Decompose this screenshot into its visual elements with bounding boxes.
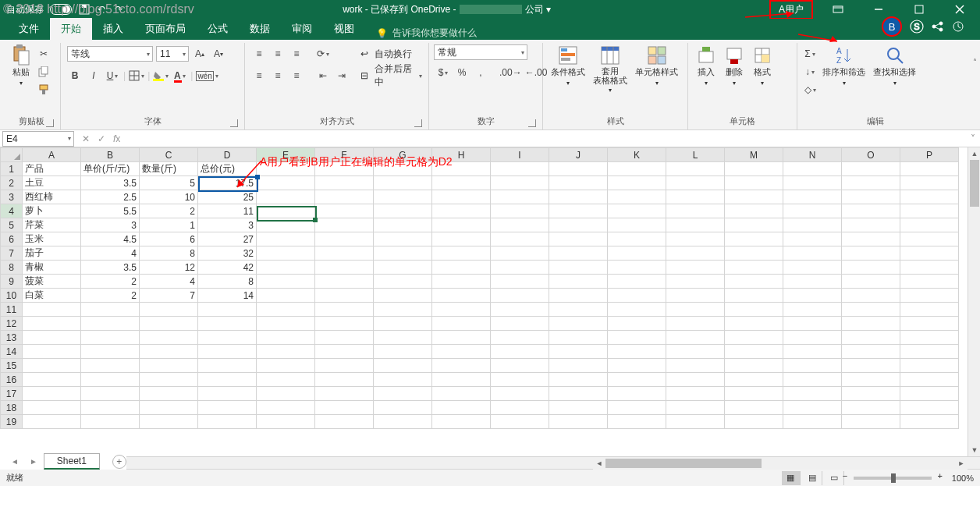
cell[interactable] bbox=[725, 176, 783, 190]
cell[interactable] bbox=[842, 387, 900, 401]
cell[interactable]: 单价(斤/元) bbox=[81, 162, 140, 176]
cell[interactable] bbox=[608, 190, 666, 204]
cell[interactable] bbox=[842, 373, 900, 387]
cell[interactable] bbox=[198, 345, 257, 359]
cell[interactable] bbox=[725, 415, 783, 429]
scroll-up-icon[interactable]: ▲ bbox=[968, 147, 980, 160]
cell[interactable]: 3.5 bbox=[81, 176, 140, 190]
cell[interactable]: 7 bbox=[140, 289, 198, 303]
cell[interactable] bbox=[783, 401, 842, 415]
enter-formula-icon[interactable]: ✓ bbox=[98, 133, 105, 144]
cell[interactable] bbox=[81, 401, 140, 415]
cut-icon[interactable]: ✂ bbox=[36, 46, 51, 62]
cell[interactable] bbox=[725, 204, 783, 218]
cell[interactable]: 6 bbox=[140, 232, 198, 246]
cell[interactable]: 总价(元) bbox=[198, 162, 257, 176]
cell[interactable] bbox=[491, 345, 549, 359]
cell[interactable]: 5 bbox=[140, 176, 198, 190]
cell[interactable] bbox=[783, 190, 842, 204]
cell[interactable] bbox=[491, 190, 549, 204]
tell-me-search[interactable]: 💡 告诉我你想要做什么 bbox=[376, 27, 477, 40]
expand-formula-bar-icon[interactable]: ˅ bbox=[966, 133, 980, 144]
cell[interactable] bbox=[257, 232, 315, 246]
tab-data[interactable]: 数据 bbox=[239, 18, 281, 40]
align-middle-icon[interactable]: ≡ bbox=[270, 46, 286, 62]
cell[interactable] bbox=[900, 345, 959, 359]
cell[interactable] bbox=[257, 415, 315, 429]
cell[interactable] bbox=[549, 387, 608, 401]
cell[interactable] bbox=[549, 204, 608, 218]
cell[interactable] bbox=[608, 317, 666, 331]
cell[interactable] bbox=[432, 303, 491, 317]
cell[interactable] bbox=[140, 317, 198, 331]
cell[interactable] bbox=[374, 218, 432, 232]
cell[interactable] bbox=[549, 415, 608, 429]
cell[interactable] bbox=[842, 359, 900, 373]
decrease-indent-icon[interactable]: ⇤ bbox=[315, 68, 331, 83]
cell[interactable] bbox=[725, 303, 783, 317]
collaborator-b-avatar[interactable]: B bbox=[882, 16, 902, 37]
cell[interactable] bbox=[666, 176, 725, 190]
cell[interactable] bbox=[549, 401, 608, 415]
cell[interactable]: 玉米 bbox=[23, 232, 81, 246]
cell[interactable] bbox=[315, 345, 374, 359]
cell[interactable] bbox=[374, 190, 432, 204]
comma-format-icon[interactable]: , bbox=[473, 65, 488, 80]
cell[interactable] bbox=[725, 275, 783, 289]
cell[interactable] bbox=[783, 331, 842, 345]
cell[interactable] bbox=[900, 246, 959, 261]
cell[interactable] bbox=[608, 359, 666, 373]
cell[interactable] bbox=[549, 162, 608, 176]
cell[interactable]: 2 bbox=[140, 204, 198, 218]
cell[interactable]: 土豆 bbox=[23, 176, 81, 190]
cell[interactable] bbox=[608, 387, 666, 401]
cell[interactable] bbox=[23, 331, 81, 345]
cell[interactable] bbox=[842, 415, 900, 429]
merge-center-button[interactable]: ⊟合并后居中 bbox=[359, 66, 424, 85]
cell[interactable] bbox=[315, 275, 374, 289]
cell[interactable] bbox=[900, 232, 959, 246]
cell[interactable]: 12 bbox=[140, 261, 198, 275]
increase-indent-icon[interactable]: ⇥ bbox=[334, 68, 350, 83]
cell[interactable] bbox=[549, 331, 608, 345]
clipboard-launcher[interactable] bbox=[46, 119, 54, 127]
format-table-button[interactable]: 套用 表格格式▾ bbox=[590, 44, 630, 95]
cell[interactable] bbox=[491, 275, 549, 289]
conditional-format-button[interactable]: 条件格式▾ bbox=[548, 44, 588, 88]
cell[interactable] bbox=[198, 317, 257, 331]
cell[interactable] bbox=[900, 415, 959, 429]
cell[interactable]: 8 bbox=[198, 275, 257, 289]
cell[interactable] bbox=[198, 303, 257, 317]
tab-home[interactable]: 开始 bbox=[50, 18, 92, 40]
cell[interactable] bbox=[140, 387, 198, 401]
cell[interactable] bbox=[725, 373, 783, 387]
cell[interactable] bbox=[608, 176, 666, 190]
cell[interactable] bbox=[725, 387, 783, 401]
cancel-formula-icon[interactable]: ✕ bbox=[82, 133, 90, 144]
cell[interactable] bbox=[257, 176, 315, 190]
cell[interactable]: 萝卜 bbox=[23, 204, 81, 218]
cell[interactable] bbox=[549, 218, 608, 232]
cell[interactable] bbox=[198, 415, 257, 429]
cell[interactable]: 数量(斤) bbox=[140, 162, 198, 176]
cell[interactable] bbox=[491, 204, 549, 218]
cell[interactable] bbox=[900, 275, 959, 289]
cell[interactable] bbox=[81, 345, 140, 359]
cell[interactable] bbox=[783, 317, 842, 331]
cell[interactable] bbox=[549, 289, 608, 303]
cell[interactable] bbox=[491, 303, 549, 317]
cell[interactable] bbox=[432, 345, 491, 359]
cell[interactable] bbox=[432, 359, 491, 373]
cell[interactable] bbox=[374, 345, 432, 359]
cell[interactable] bbox=[257, 190, 315, 204]
cell[interactable] bbox=[549, 317, 608, 331]
cell[interactable] bbox=[257, 289, 315, 303]
cell[interactable] bbox=[257, 331, 315, 345]
insert-cells-button[interactable]: 插入▾ bbox=[693, 44, 719, 88]
cell[interactable] bbox=[900, 204, 959, 218]
cell[interactable] bbox=[842, 345, 900, 359]
cell[interactable] bbox=[783, 204, 842, 218]
cell[interactable] bbox=[725, 218, 783, 232]
cell[interactable]: 1 bbox=[140, 218, 198, 232]
fill-icon[interactable]: ↓ bbox=[802, 64, 818, 80]
